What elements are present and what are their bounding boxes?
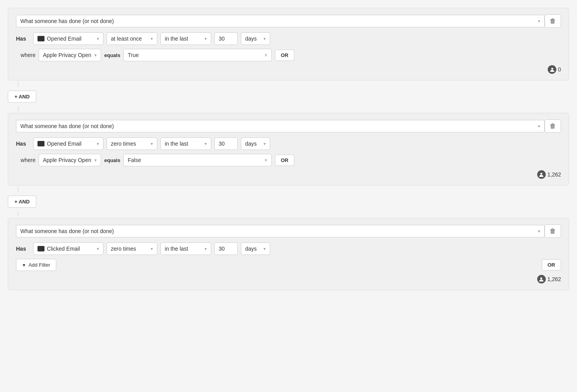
block-2-timerange-select[interactable]: in the last ▾ (160, 137, 211, 150)
chevron-down-icon-5: ▾ (264, 36, 266, 41)
filter-icon: ▼ (22, 263, 26, 267)
block-2-main-select[interactable]: What someone has done (or not done) ▾ (16, 120, 545, 132)
block-2-frequency-select[interactable]: zero times ▾ (107, 137, 157, 150)
svg-point-1 (540, 173, 542, 175)
block-1-header-row: What someone has done (or not done) ▾ 🗑 (16, 14, 561, 28)
block-2-count: 1,262 (547, 171, 561, 178)
chevron-down-icon-2: ▾ (97, 36, 99, 41)
person-icon-1 (548, 65, 556, 74)
block-1-frequency-label: at least once (111, 36, 142, 42)
block-2-value-input[interactable]: False × (123, 154, 272, 166)
and-button-1[interactable]: + AND (8, 91, 36, 103)
chevron-down-icon-11: ▾ (264, 141, 266, 146)
chevron-down-icon: ▾ (538, 19, 540, 24)
and-connector-2: + AND (8, 187, 569, 216)
equals-label-1: equals (104, 52, 120, 58)
block-3-has-row: Has Clicked Email ▾ zero times ▾ in the … (16, 242, 561, 255)
block-2-unit-select[interactable]: days ▾ (241, 137, 270, 150)
block-1-number-label: 30 (219, 36, 225, 42)
block-2-number-select[interactable]: 30 (214, 137, 238, 150)
flag-icon-2 (37, 141, 45, 146)
clear-icon-1[interactable]: × (264, 52, 267, 58)
block-3-frequency-select[interactable]: zero times ▾ (107, 242, 157, 255)
equals-label-2: equals (104, 157, 120, 163)
block-2-number-label: 30 (219, 141, 225, 147)
block-1-number-select[interactable]: 30 (214, 32, 238, 45)
clear-icon-2[interactable]: × (264, 157, 267, 163)
block-2-where-row: where Apple Privacy Open ▾ equals False … (16, 154, 561, 166)
block-1-or-button[interactable]: OR (275, 50, 294, 61)
block-1-frequency-select[interactable]: at least once ▾ (107, 32, 157, 45)
block-1-property-select[interactable]: Apple Privacy Open ▾ (39, 49, 101, 61)
where-label-2: where (16, 157, 36, 163)
block-3-main-select[interactable]: What someone has done (or not done) ▾ (16, 225, 545, 237)
block-3-number-select[interactable]: 30 (214, 242, 238, 255)
block-2-or-button[interactable]: OR (275, 155, 294, 166)
chevron-down-icon-6: ▾ (94, 53, 97, 58)
block-3-count: 1,262 (547, 276, 561, 282)
chevron-down-icon-9: ▾ (151, 141, 153, 146)
block-1-where-row: where Apple Privacy Open ▾ equals True ×… (16, 49, 561, 61)
block-1-unit-label: days (245, 36, 257, 42)
block-1-event-select[interactable]: Opened Email ▾ (33, 32, 103, 45)
chevron-down-icon-17: ▾ (264, 246, 266, 251)
block-1-count-badge: 0 (548, 65, 561, 74)
and-connector-1: + AND (8, 82, 569, 111)
block-1-value-text: True (128, 52, 139, 58)
flag-icon-3 (37, 246, 45, 251)
condition-block-1: What someone has done (or not done) ▾ 🗑 … (8, 8, 569, 80)
block-2-main-label: What someone has done (or not done) (20, 123, 114, 129)
block-1-main-select[interactable]: What someone has done (or not done) ▾ (16, 15, 545, 27)
condition-block-2: What someone has done (or not done) ▾ 🗑 … (8, 113, 569, 185)
person-icon-2 (537, 170, 546, 179)
chevron-down-icon-16: ▾ (205, 246, 207, 251)
block-3-event-select[interactable]: Clicked Email ▾ (33, 242, 103, 255)
trash-icon-3: 🗑 (550, 228, 556, 235)
block-3-unit-label: days (245, 246, 257, 252)
condition-block-3: What someone has done (or not done) ▾ 🗑 … (8, 218, 569, 290)
block-2-event-select[interactable]: Opened Email ▾ (33, 137, 103, 150)
trash-icon-2: 🗑 (550, 123, 556, 130)
block-2-delete-button[interactable]: 🗑 (545, 119, 561, 133)
and-button-2[interactable]: + AND (8, 196, 36, 208)
block-2-frequency-label: zero times (111, 141, 136, 147)
has-label-2: Has (16, 141, 30, 147)
chevron-down-icon-15: ▾ (151, 246, 153, 251)
chevron-down-icon-13: ▾ (538, 229, 540, 234)
block-1-footer: 0 (16, 65, 561, 74)
chevron-down-icon-10: ▾ (205, 141, 207, 146)
block-3-footer: 1,262 (16, 275, 561, 283)
block-1-timerange-select[interactable]: in the last ▾ (160, 32, 211, 45)
block-2-property-label: Apple Privacy Open (43, 157, 91, 163)
block-3-or-button[interactable]: OR (542, 259, 561, 271)
block-3-timerange-select[interactable]: in the last ▾ (160, 242, 211, 255)
block-3-frequency-label: zero times (111, 246, 136, 252)
block-2-unit-label: days (245, 141, 257, 147)
block-1-has-row: Has Opened Email ▾ at least once ▾ in th… (16, 32, 561, 45)
add-filter-button[interactable]: ▼ Add Filter (16, 259, 56, 271)
chevron-down-icon-12: ▾ (94, 158, 97, 163)
block-2-has-row: Has Opened Email ▾ zero times ▾ in the l… (16, 137, 561, 150)
chevron-down-icon-7: ▾ (538, 124, 540, 129)
trash-icon: 🗑 (550, 18, 556, 25)
block-3-count-badge: 1,262 (537, 275, 561, 283)
block-1-value-input[interactable]: True × (123, 49, 272, 61)
block-3-unit-select[interactable]: days ▾ (241, 242, 270, 255)
block-3-event-label: Clicked Email (47, 246, 80, 252)
block-2-timerange-label: in the last (165, 141, 188, 147)
add-filter-label: Add Filter (28, 262, 50, 268)
block-1-delete-button[interactable]: 🗑 (545, 14, 561, 28)
chevron-down-icon-14: ▾ (97, 246, 99, 251)
person-icon-3 (537, 275, 546, 283)
chevron-down-icon-3: ▾ (151, 36, 153, 41)
block-3-main-label: What someone has done (or not done) (20, 228, 114, 234)
block-2-header-row: What someone has done (or not done) ▾ 🗑 (16, 119, 561, 133)
block-1-unit-select[interactable]: days ▾ (241, 32, 270, 45)
svg-point-0 (551, 68, 553, 69)
block-2-footer: 1,262 (16, 170, 561, 179)
block-3-timerange-label: in the last (165, 246, 188, 252)
block-2-property-select[interactable]: Apple Privacy Open ▾ (39, 154, 101, 166)
block-3-delete-button[interactable]: 🗑 (545, 225, 561, 238)
block-3-filter-row: ▼ Add Filter OR (16, 259, 561, 271)
flag-icon-1 (37, 36, 45, 41)
